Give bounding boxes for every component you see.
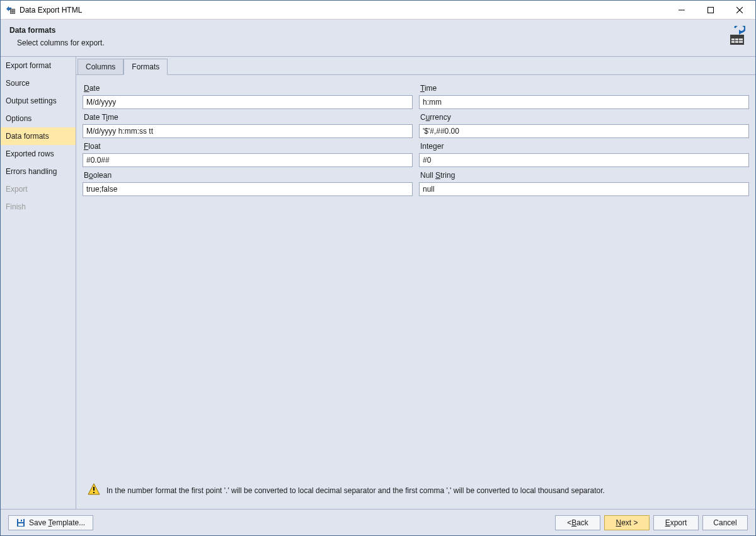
- svg-rect-22: [21, 520, 22, 521]
- window-controls: [667, 1, 754, 20]
- hint-row: In the number format the first point '.'…: [83, 475, 749, 509]
- label-date: Date: [83, 81, 413, 94]
- nav-source[interactable]: Source: [1, 74, 76, 92]
- page-subtitle: Select columns for export.: [17, 38, 747, 47]
- nav-output-settings[interactable]: Output settings: [1, 92, 76, 110]
- app-icon: [6, 5, 16, 15]
- label-time: Time: [419, 81, 749, 94]
- nav-options[interactable]: Options: [1, 110, 76, 127]
- label-datetime: Date Time: [83, 110, 413, 123]
- back-button[interactable]: < Back: [555, 515, 600, 530]
- nav-export: Export: [1, 180, 76, 198]
- header-panel: Data formats Select columns for export.: [1, 20, 755, 57]
- form-grid: Date Time Date Time Currency Float Integ…: [83, 81, 749, 196]
- main-area: Export format Source Output settings Opt…: [1, 57, 755, 509]
- input-datetime[interactable]: [83, 124, 413, 138]
- export-wizard-icon: [724, 26, 745, 46]
- export-button[interactable]: Export: [653, 515, 699, 530]
- minimize-button[interactable]: [667, 1, 696, 20]
- input-time[interactable]: [419, 95, 749, 109]
- next-button[interactable]: Next >: [604, 515, 650, 530]
- window-title: Data Export HTML: [20, 6, 667, 15]
- maximize-button[interactable]: [696, 1, 725, 20]
- input-integer[interactable]: [419, 153, 749, 167]
- sidebar: Export format Source Output settings Opt…: [1, 57, 76, 509]
- label-currency: Currency: [419, 110, 749, 123]
- tab-columns[interactable]: Columns: [77, 59, 123, 75]
- label-nullstring: Null String: [419, 168, 749, 181]
- warning-icon: [88, 483, 100, 498]
- label-integer: Integer: [419, 139, 749, 152]
- svg-rect-23: [18, 523, 23, 526]
- nav-exported-rows[interactable]: Exported rows: [1, 145, 76, 163]
- hint-text: In the number format the first point '.'…: [106, 486, 605, 495]
- svg-rect-11: [730, 35, 744, 37]
- nav-data-formats[interactable]: Data formats: [1, 127, 76, 145]
- svg-rect-17: [739, 41, 743, 43]
- cancel-button[interactable]: Cancel: [702, 515, 748, 530]
- label-float: Float: [83, 139, 413, 152]
- save-template-button[interactable]: Save Template...: [8, 515, 93, 530]
- titlebar: Data Export HTML: [1, 1, 755, 20]
- save-template-label: Save Template...: [29, 518, 85, 527]
- nav-errors-handling[interactable]: Errors handling: [1, 163, 76, 180]
- svg-rect-13: [735, 38, 738, 40]
- svg-rect-14: [739, 38, 743, 40]
- form-area: Date Time Date Time Currency Float Integ…: [76, 75, 755, 509]
- input-date[interactable]: [83, 95, 413, 109]
- svg-rect-18: [93, 487, 94, 491]
- footer: Save Template... < Back Next > Export Ca…: [1, 509, 755, 535]
- svg-rect-1: [11, 9, 14, 13]
- input-boolean[interactable]: [83, 182, 413, 196]
- svg-rect-16: [735, 41, 738, 43]
- nav-export-format[interactable]: Export format: [1, 57, 76, 74]
- save-icon: [16, 518, 25, 527]
- svg-rect-12: [731, 38, 735, 40]
- close-button[interactable]: [725, 1, 754, 20]
- svg-rect-19: [93, 492, 94, 493]
- input-currency[interactable]: [419, 124, 749, 138]
- input-float[interactable]: [83, 153, 413, 167]
- tab-strip: Columns Formats: [76, 57, 755, 75]
- nav-finish: Finish: [1, 198, 76, 216]
- input-nullstring[interactable]: [419, 182, 749, 196]
- label-boolean: Boolean: [83, 168, 413, 181]
- svg-rect-15: [731, 41, 735, 43]
- svg-rect-7: [708, 7, 714, 13]
- tab-formats[interactable]: Formats: [123, 59, 168, 75]
- content-area: Columns Formats Date Time Date Time Curr…: [76, 57, 755, 509]
- page-title: Data formats: [9, 26, 747, 35]
